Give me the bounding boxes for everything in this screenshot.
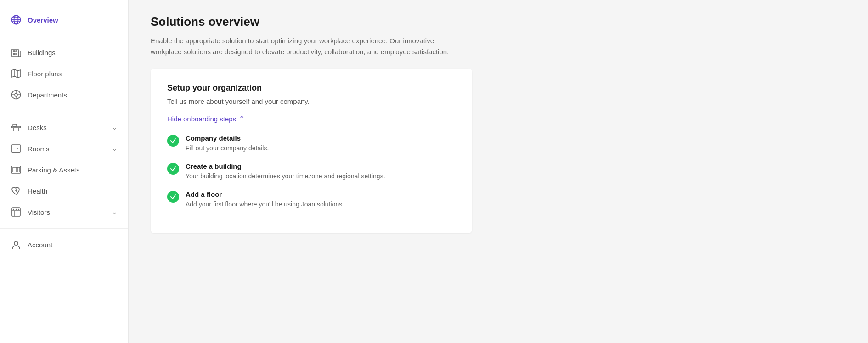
- sidebar-label-account: Account: [28, 241, 52, 249]
- sidebar-label-parking-assets: Parking & Assets: [28, 166, 79, 174]
- sidebar-divider-3: [0, 228, 128, 229]
- step-desc-building: Your building location determines your t…: [186, 172, 385, 181]
- parking-icon: [11, 165, 21, 175]
- map-icon: [11, 69, 21, 79]
- step-check-company: [167, 135, 179, 147]
- card-title: Setup your organization: [167, 83, 456, 93]
- rooms-chevron-icon: ⌄: [112, 145, 117, 152]
- sidebar-item-floor-plans[interactable]: Floor plans: [0, 63, 128, 84]
- sidebar-item-buildings[interactable]: Buildings: [0, 42, 128, 63]
- buildings-icon: [11, 47, 21, 57]
- svg-rect-28: [13, 167, 17, 172]
- sidebar-item-overview[interactable]: Overview: [0, 9, 128, 30]
- step-desc-company: Fill out your company details.: [186, 143, 269, 153]
- chevron-up-icon: ⌃: [239, 114, 245, 123]
- card-subtitle: Tell us more about yourself and your com…: [167, 97, 456, 105]
- sidebar-label-rooms: Rooms: [28, 145, 50, 153]
- sidebar-item-desks[interactable]: Desks ⌄: [0, 117, 128, 138]
- visitors-chevron-icon: ⌄: [112, 209, 117, 216]
- sidebar-item-rooms[interactable]: Rooms ⌄: [0, 138, 128, 159]
- svg-point-26: [17, 148, 18, 149]
- sidebar-item-parking-assets[interactable]: Parking & Assets: [0, 159, 128, 180]
- onboarding-card: Setup your organization Tell us more abo…: [151, 69, 472, 233]
- sidebar-item-visitors[interactable]: Visitors ⌄: [0, 201, 128, 223]
- svg-point-36: [16, 209, 17, 210]
- step-create-building: Create a building Your building location…: [167, 162, 456, 181]
- sidebar-label-departments: Departments: [28, 91, 67, 99]
- svg-rect-9: [16, 53, 17, 55]
- hide-onboarding-label: Hide onboarding steps: [167, 115, 236, 123]
- hide-onboarding-button[interactable]: Hide onboarding steps ⌃: [167, 114, 456, 123]
- svg-rect-10: [18, 51, 21, 57]
- svg-rect-5: [12, 49, 18, 57]
- sidebar-label-desks: Desks: [28, 124, 47, 131]
- step-add-floor: Add a floor Add your first floor where y…: [167, 190, 456, 209]
- svg-rect-8: [13, 53, 15, 55]
- step-title-company: Company details: [186, 134, 269, 142]
- page-title: Solutions overview: [151, 15, 846, 29]
- sidebar-label-floor-plans: Floor plans: [28, 70, 62, 78]
- svg-rect-6: [13, 51, 15, 52]
- rooms-icon: [11, 143, 21, 154]
- svg-rect-29: [17, 167, 20, 172]
- departments-icon: [11, 90, 21, 100]
- step-content-company: Company details Fill out your company de…: [186, 134, 269, 153]
- sidebar-label-overview: Overview: [28, 16, 58, 24]
- svg-point-15: [15, 93, 17, 96]
- globe-icon: [11, 15, 21, 25]
- step-content-floor: Add a floor Add your first floor where y…: [186, 190, 344, 209]
- svg-point-38: [14, 241, 18, 245]
- page-description: Enable the appropriate solution to start…: [151, 35, 463, 57]
- sidebar: Overview Buildings Floor plans: [0, 0, 129, 343]
- sidebar-item-account[interactable]: Account: [0, 234, 128, 255]
- sidebar-label-buildings: Buildings: [28, 49, 56, 57]
- sidebar-label-health: Health: [28, 187, 47, 195]
- visitors-icon: [11, 207, 21, 217]
- svg-marker-11: [11, 69, 21, 78]
- step-content-building: Create a building Your building location…: [186, 162, 385, 181]
- main-content: Solutions overview Enable the appropriat…: [129, 0, 868, 343]
- sidebar-item-departments[interactable]: Departments: [0, 84, 128, 105]
- svg-point-35: [13, 209, 14, 210]
- step-company-details: Company details Fill out your company de…: [167, 134, 456, 153]
- svg-rect-7: [16, 51, 17, 52]
- sidebar-divider-2: [0, 111, 128, 111]
- svg-rect-24: [12, 145, 20, 152]
- account-icon: [11, 240, 21, 250]
- sidebar-label-visitors: Visitors: [28, 208, 50, 216]
- sidebar-divider-1: [0, 36, 128, 36]
- sidebar-item-health[interactable]: Health: [0, 180, 128, 201]
- step-check-building: [167, 163, 179, 175]
- health-icon: [11, 186, 21, 196]
- desks-chevron-icon: ⌄: [112, 124, 117, 131]
- step-desc-floor: Add your first floor where you'll be usi…: [186, 200, 344, 209]
- step-title-floor: Add a floor: [186, 190, 344, 198]
- svg-point-37: [18, 209, 19, 210]
- desks-icon: [11, 122, 21, 132]
- step-check-floor: [167, 191, 179, 203]
- step-title-building: Create a building: [186, 162, 385, 170]
